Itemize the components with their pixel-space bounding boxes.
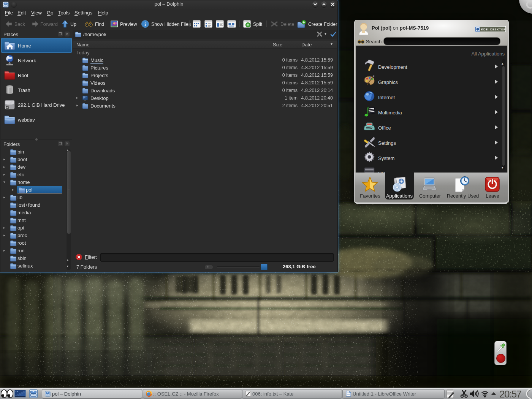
svg-text:i: i [144,21,146,27]
